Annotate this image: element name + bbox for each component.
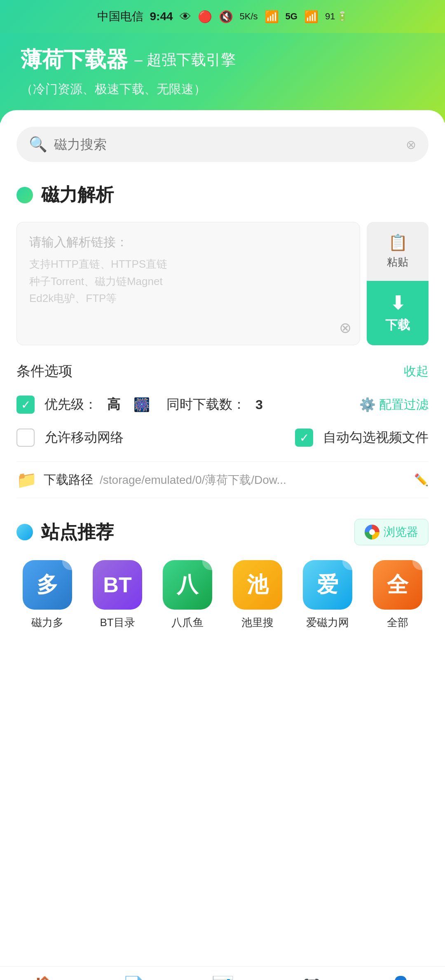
battery-container: 91 🔋 [325, 11, 348, 22]
search-clear-icon[interactable]: ⊗ [406, 137, 416, 152]
folder-icon: 📁 [16, 470, 37, 490]
priority-row: ✓ 优先级： 高 🎆 同时下载数： 3 ⚙️ 配置过滤 [16, 396, 429, 414]
search-bar: 🔍 ⊗ [16, 127, 429, 162]
signal-icon: 📶 [304, 10, 319, 24]
auto-video-checkbox[interactable]: ✓ [295, 429, 313, 447]
site-icon-all: 全 [373, 560, 422, 610]
network-speed: 5K/s [240, 11, 258, 22]
main-content: 🔍 ⊗ 磁力解析 请输入解析链接： 支持HTTP直链、HTTPS直链种子Torr… [0, 110, 445, 966]
concurrent-value: 3 [255, 397, 263, 412]
auto-video-label: 自动勾选视频文件 [323, 429, 429, 447]
browser-button[interactable]: 浏览器 [354, 519, 429, 545]
paste-button[interactable]: 📋 粘贴 [367, 222, 429, 281]
home-icon: 🏠 [33, 975, 56, 980]
site-icon-cilido: 多 [23, 560, 72, 610]
parse-action-buttons: 📋 粘贴 ⬇ 下载 [367, 222, 429, 345]
site-item-poolsearch[interactable]: 池 池里搜 [227, 560, 288, 630]
header-title-row: 薄荷下载器 – 超强下载引擎 [21, 45, 424, 74]
filter-label: 配置过滤 [379, 396, 429, 413]
search-icon: 🔍 [29, 136, 47, 153]
path-label: 下载路径 [44, 471, 93, 488]
site-icon-btdir: BT [93, 560, 142, 610]
parse-clear-icon[interactable]: ⊗ [339, 319, 351, 337]
nav-profile[interactable]: 👤 我的 [380, 975, 421, 980]
sites-section-dot [16, 524, 33, 540]
path-edit-icon[interactable]: ✏️ [414, 473, 429, 487]
chrome-icon [365, 525, 379, 539]
paste-icon: 📋 [388, 233, 408, 252]
concurrent-label: 同时下载数： [166, 396, 246, 414]
site-name-cilido: 磁力多 [31, 615, 63, 630]
sites-title-row: 站点推荐 [16, 520, 114, 544]
downloads-icon: 📊 [211, 975, 234, 980]
mobile-network-row: 允许移动网络 ✓ 自动勾选视频文件 [16, 429, 429, 447]
paste-label: 粘贴 [387, 255, 408, 269]
files-icon: 📄 [122, 975, 145, 980]
site-item-aimagnetic[interactable]: 爱 爱磁力网 [297, 560, 358, 630]
site-name-octopus: 八爪鱼 [171, 615, 204, 630]
fire-emoji: 🎆 [134, 397, 150, 412]
parse-section-header: 磁力解析 [16, 183, 429, 207]
site-name-poolsearch: 池里搜 [241, 615, 274, 630]
header-subtitle: – 超强下载引擎 [134, 50, 236, 70]
nav-home[interactable]: 🏠 主页 [24, 975, 65, 980]
download-label: 下载 [385, 317, 410, 334]
sites-grid: 多 磁力多 BT BT目录 八 八爪鱼 池 池里搜 爱 爱磁力网 [16, 560, 429, 630]
bottom-navigation: 🏠 主页 📄 文件 📊 下载 🎮 功能 👤 我的 [0, 966, 445, 980]
mobile-network-checkbox[interactable] [16, 429, 35, 447]
browser-label: 浏览器 [384, 524, 418, 540]
conditions-header: 条件选项 收起 [16, 362, 429, 381]
parse-placeholder-title: 请输入解析链接： [29, 234, 347, 251]
site-item-octopus[interactable]: 八 八爪鱼 [157, 560, 218, 630]
priority-value: 高 [107, 396, 120, 414]
status-bar: 中国电信 9:44 👁 🔴 🔇 5K/s 📶 5G 📶 91 🔋 [0, 0, 445, 33]
eye-icon: 👁 [180, 10, 191, 24]
nfc-icon: 🔴 [198, 10, 212, 24]
nav-downloads[interactable]: 📊 下载 [202, 975, 243, 980]
parse-section-dot [16, 187, 33, 203]
priority-label: 优先级： [44, 396, 97, 414]
clock: 9:44 [150, 10, 173, 23]
parse-input-box[interactable]: 请输入解析链接： 支持HTTP直链、HTTPS直链种子Torrent、磁力链Ma… [16, 222, 360, 345]
app-name: 薄荷下载器 [21, 45, 128, 74]
profile-icon: 👤 [389, 975, 412, 980]
download-button[interactable]: ⬇ 下载 [367, 281, 429, 345]
nav-functions[interactable]: 🎮 功能 [291, 975, 332, 980]
wifi-icon: 📶 [265, 10, 279, 24]
priority-checkbox[interactable]: ✓ [16, 396, 35, 414]
parse-area: 请输入解析链接： 支持HTTP直链、HTTPS直链种子Torrent、磁力链Ma… [16, 222, 429, 345]
site-icon-aimagnetic: 爱 [303, 560, 352, 610]
sound-icon: 🔇 [219, 10, 233, 24]
site-name-all: 全部 [387, 615, 408, 630]
sites-section-title: 站点推荐 [41, 520, 114, 544]
battery-icon: 🔋 [337, 11, 348, 22]
site-icon-poolsearch: 池 [233, 560, 282, 610]
5g-icon: 5G [286, 11, 297, 22]
nav-files[interactable]: 📄 文件 [113, 975, 154, 980]
mobile-network-label: 允许移动网络 [44, 429, 124, 447]
sites-section-header: 站点推荐 浏览器 [16, 519, 429, 545]
battery-level: 91 [325, 11, 335, 22]
app-header: 薄荷下载器 – 超强下载引擎 （冷门资源、极速下载、无限速） [0, 33, 445, 122]
filter-button[interactable]: ⚙️ 配置过滤 [359, 396, 429, 413]
download-icon: ⬇ [390, 292, 405, 313]
conditions-toggle[interactable]: 收起 [404, 363, 429, 380]
parse-placeholder-desc: 支持HTTP直链、HTTPS直链种子Torrent、磁力链MagnetEd2k电… [29, 256, 347, 307]
site-name-aimagnetic: 爱磁力网 [306, 615, 349, 630]
site-item-all[interactable]: 全 全部 [367, 560, 429, 630]
header-description: （冷门资源、极速下载、无限速） [21, 81, 424, 98]
site-item-cilido[interactable]: 多 磁力多 [16, 560, 78, 630]
carrier-label: 中国电信 [97, 9, 143, 24]
site-item-btdir[interactable]: BT BT目录 [87, 560, 148, 630]
search-input[interactable] [54, 137, 399, 152]
download-path-row: 📁 下载路径 /storage/emulated/0/薄荷下载/Dow... ✏… [16, 462, 429, 498]
filter-icon: ⚙️ [359, 397, 376, 412]
site-icon-octopus: 八 [163, 560, 212, 610]
parse-section-title: 磁力解析 [41, 183, 114, 207]
site-name-btdir: BT目录 [100, 615, 135, 630]
functions-icon: 🎮 [300, 975, 323, 980]
conditions-title: 条件选项 [16, 362, 73, 381]
path-value: /storage/emulated/0/薄荷下载/Dow... [100, 472, 408, 488]
